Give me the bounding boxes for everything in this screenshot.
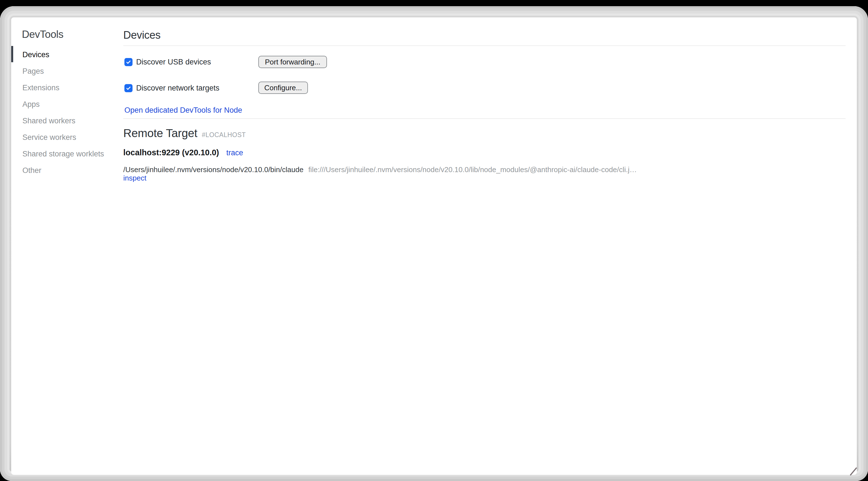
discover-network-label: Discover network targets	[136, 84, 219, 92]
discover-network-row: Discover network targets	[124, 84, 219, 92]
sidebar-item-other[interactable]: Other	[23, 162, 104, 179]
port-forwarding-button[interactable]: Port forwarding...	[258, 56, 327, 68]
screen-bezel: DevTools Devices Pages Extensions Apps S…	[0, 6, 868, 481]
file-url: file:///Users/jinhuilee/.nvm/versions/no…	[308, 166, 637, 174]
page-title: Devices	[123, 29, 160, 41]
section-divider	[123, 46, 845, 46]
discover-usb-checkbox[interactable]	[124, 58, 132, 66]
trace-link[interactable]: trace	[226, 149, 243, 157]
sidebar-title: DevTools	[22, 29, 63, 40]
inspect-link[interactable]: inspect	[123, 174, 146, 182]
configure-button[interactable]: Configure...	[258, 82, 308, 94]
target-name: localhost:9229 (v20.10.0)	[123, 148, 219, 157]
open-node-devtools-link[interactable]: Open dedicated DevTools for Node	[124, 106, 242, 115]
sidebar-item-shared-storage-worklets[interactable]: Shared storage worklets	[23, 146, 104, 162]
process-path: /Users/jinhuilee/.nvm/versions/node/v20.…	[123, 166, 304, 174]
sidebar-item-pages[interactable]: Pages	[23, 63, 104, 80]
remote-target-heading: Remote Target	[123, 127, 197, 140]
target-row: localhost:9229 (v20.10.0) trace	[123, 148, 243, 157]
localhost-tag: #LOCALHOST	[202, 131, 246, 139]
selected-item-indicator	[11, 46, 13, 62]
section-divider	[123, 118, 845, 119]
sidebar-item-service-workers[interactable]: Service workers	[23, 129, 104, 146]
discover-usb-label: Discover USB devices	[136, 58, 211, 66]
sidebar-item-extensions[interactable]: Extensions	[23, 80, 104, 96]
discover-network-checkbox[interactable]	[124, 84, 132, 92]
checkmark-icon	[126, 59, 131, 65]
checkmark-icon	[126, 85, 131, 91]
devtools-window: DevTools Devices Pages Extensions Apps S…	[11, 18, 857, 475]
sidebar-item-devices[interactable]: Devices	[23, 47, 104, 63]
target-description: /Users/jinhuilee/.nvm/versions/node/v20.…	[123, 166, 637, 174]
discover-usb-row: Discover USB devices	[124, 58, 211, 66]
sidebar: Devices Pages Extensions Apps Shared wor…	[23, 47, 104, 179]
sidebar-item-shared-workers[interactable]: Shared workers	[23, 113, 104, 129]
remote-target-header: Remote Target #LOCALHOST	[123, 127, 246, 140]
sidebar-item-apps[interactable]: Apps	[23, 96, 104, 113]
